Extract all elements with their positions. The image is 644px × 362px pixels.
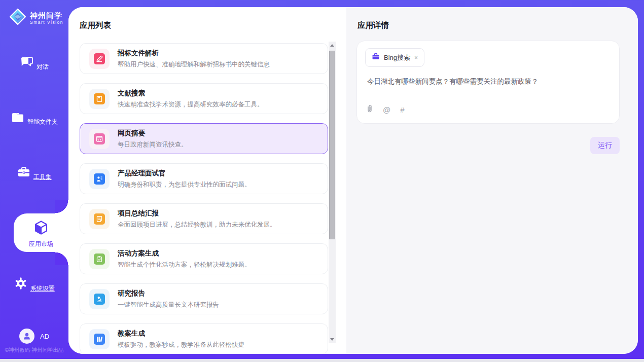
app-list-title: 应用列表 [80,20,111,31]
main-content: 应用列表 招标文件解析 帮助用户快速、准确地理解和解析招标书中的关键信息 [68,7,638,354]
folder-icon [11,112,25,126]
brand-subtitle: Smart Vision [30,20,63,25]
triangle-up-icon [330,44,334,47]
prompt-card[interactable]: Bing搜索 × 今日湖北有哪些新闻要点？有哪些需要关注的最新政策？ @ # [356,41,620,124]
app-card-research-report[interactable]: 研究报告 一键智能生成高质量长文本研究报告 [80,283,328,314]
toolbox-icon [17,166,31,181]
app-card-web-summary[interactable]: 网页摘要 每日政府新闻资讯快查。 [80,123,328,154]
app-card-title: 网页摘要 [118,129,188,138]
query-input[interactable]: 今日湖北有哪些新闻要点？有哪些需要关注的最新政策？ [367,77,609,87]
app-card-literature-search[interactable]: 文献搜索 快速精准查找学术资源，提高研究效率的必备工具。 [80,83,328,114]
app-list-panel: 应用列表 招标文件解析 帮助用户快速、准确地理解和解析招标书中的关键信息 [68,7,346,354]
microscope-icon [94,294,105,305]
paperclip-icon[interactable] [366,104,373,115]
user-name: AD [40,333,49,340]
app-card-desc: 全面回顾项目进展，总结经验教训，助力未来优化发展。 [118,221,276,229]
brand-diamond-icon [9,8,26,27]
sidebar-item-smart-folder[interactable]: 智能文件夹 [0,112,68,126]
run-button[interactable]: 运行 [590,137,620,154]
sidebar-item-settings[interactable]: 系统设置 [0,276,68,293]
edit-icon [94,53,105,64]
scroll-down-button[interactable] [329,336,336,343]
bing-search-chip[interactable]: Bing搜索 × [365,48,424,67]
app-icon-tile [89,169,110,189]
app-card-desc: 智能生成个性化活动方案，轻松解决规划难题。 [118,261,251,269]
sidebar-item-toolbox[interactable]: 工具集 [0,166,68,182]
app-detail-panel: 应用详情 Bing搜索 × 今日湖北有哪些新闻要点？有哪些需要关注的最新政策？ [346,7,638,354]
app-card-event-plan[interactable]: 活动方案生成 智能生成个性化活动方案，轻松解决规划难题。 [80,243,328,274]
app-icon-tile [89,129,110,149]
attachment-toolbar: @ # [366,104,405,115]
sidebar-item-label: 系统设置 [30,284,55,293]
sidebar-item-chat[interactable]: 对话 [0,56,68,71]
app-card-title: 产品经理面试官 [118,169,251,178]
avatar [19,329,34,344]
interview-icon [94,173,105,185]
clipboard-icon [94,254,105,265]
app-card-title: 文献搜索 [118,89,264,98]
brand-name: 神州问学 [30,11,63,20]
app-card-desc: 每日政府新闻资讯快查。 [118,140,188,149]
chat-icon [20,56,34,71]
app-detail-title: 应用详情 [357,20,389,31]
scroll-up-button[interactable] [329,42,336,49]
sidebar-item-label: 智能文件夹 [27,118,58,126]
app-card-title: 活动方案生成 [118,249,251,258]
list-scrollbar[interactable] [329,42,336,343]
app-card-project-summary[interactable]: 项目总结汇报 全面回顾项目进展，总结经验教训，助力未来优化发展。 [80,203,328,234]
app-icon-tile [89,209,110,229]
app-card-pm-interviewer[interactable]: 产品经理面试官 明确身份和职责，为您提供专业性的面试问题。 [80,163,328,194]
app-card-desc: 模板驱动，教案秒成，教学准备从此轻松快捷 [118,341,244,349]
cube-icon [33,220,49,238]
app-icon-tile [89,89,110,109]
user-account[interactable]: AD [0,329,68,344]
hashtag-icon[interactable]: # [400,106,404,114]
app-card-bid-analysis[interactable]: 招标文件解析 帮助用户快速、准确地理解和解析招标书中的关键信息 [80,43,328,74]
briefcase-icon [372,53,380,62]
book-icon [94,93,105,104]
gear-icon [14,276,28,293]
app-card-desc: 帮助用户快速、准确地理解和解析招标书中的关键信息 [118,60,270,69]
app-card-title: 研究报告 [118,289,219,298]
close-icon[interactable]: × [414,54,418,61]
app-card-title: 招标文件解析 [118,49,270,58]
app-card-lesson-plan[interactable]: 教案生成 模板驱动，教案秒成，教学准备从此轻松快捷 [80,323,328,354]
app-icon-tile [89,249,110,269]
app-icon-tile [89,329,110,349]
app-card-desc: 一键智能生成高质量长文本研究报告 [118,301,219,309]
app-icon-tile [89,289,110,309]
bottom-strip [0,359,644,362]
browser-icon [94,133,105,144]
app-card-desc: 明确身份和职责，为您提供专业性的面试问题。 [118,180,251,189]
sidebar-item-label: 对话 [37,63,49,71]
sidebar-item-app-market[interactable]: 应用市场 [14,213,68,252]
chip-label: Bing搜索 [384,53,410,62]
sidebar: 神州问学 Smart Vision 对话 智能文件夹 [0,0,68,362]
run-row: 运行 [590,137,620,154]
app-logo: 神州问学 Smart Vision [9,8,63,27]
sidebar-item-label: 工具集 [33,173,52,182]
mention-icon[interactable]: @ [383,106,390,114]
app-icon-tile [89,49,110,69]
note-icon [94,213,105,225]
app-card-desc: 快速精准查找学术资源，提高研究效率的必备工具。 [118,100,264,109]
sidebar-item-label: 应用市场 [14,240,68,248]
scrollbar-thumb[interactable] [329,51,335,239]
app-card-title: 项目总结汇报 [118,209,276,218]
copyright-footer: ©神州数码·神州问学出品 [0,347,68,354]
app-card-title: 教案生成 [118,329,244,338]
app-list: 招标文件解析 帮助用户快速、准确地理解和解析招标书中的关键信息 文献搜索 快速精… [80,43,328,354]
books-icon [94,334,105,345]
triangle-down-icon [330,338,334,341]
